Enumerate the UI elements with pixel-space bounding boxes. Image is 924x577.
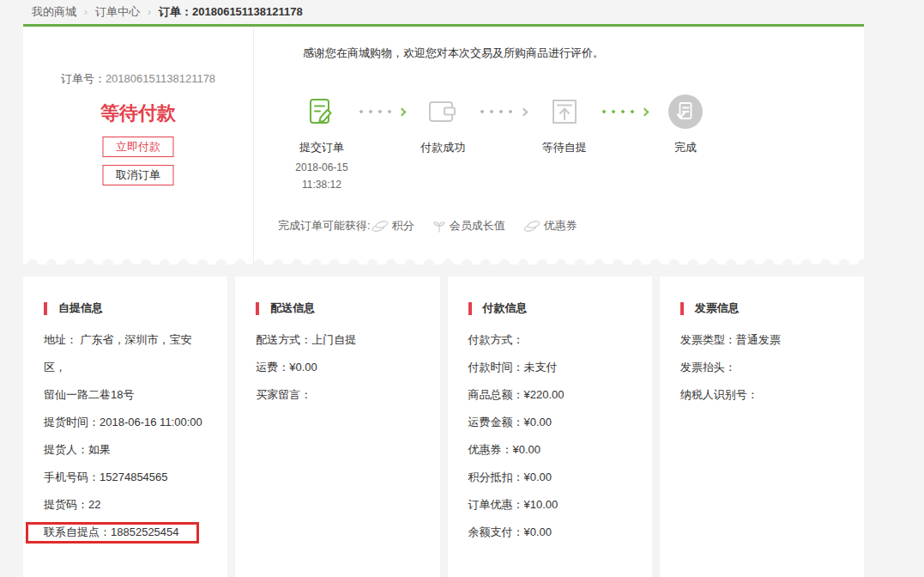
breadcrumb: 我的商城 › 订单中心 › 订单：201806151138121178: [23, 0, 303, 24]
payment-info-section: 付款信息 付款方式： 付款时间：未支付 商品总额：¥220.00 运费金额：¥0…: [448, 276, 652, 577]
breadcrumb-separator-icon: ›: [84, 6, 88, 18]
order-status-panel: 订单号：201806151138121178 等待付款 立即付款 取消订单 感谢…: [23, 27, 864, 264]
breadcrumb-item-mall[interactable]: 我的商城: [32, 4, 76, 20]
complete-circle-icon: [667, 94, 704, 130]
section-title-bar: [44, 302, 47, 315]
info-line: 纳税人识别号：: [680, 381, 849, 409]
info-line: 配送方式：上门自提: [256, 326, 424, 354]
step-label: 等待自提: [542, 140, 587, 155]
section-title-text: 配送信息: [270, 301, 315, 316]
section-title-bar: [680, 302, 684, 315]
order-number-value: 201806151138121178: [106, 72, 215, 85]
invoice-info-section: 发票信息 发票类型：普通发票 发票抬头： 纳税人识别号：: [660, 276, 864, 577]
info-line: 商品总额：¥220.00: [468, 381, 637, 409]
step-label: 提交订单: [299, 140, 344, 155]
wallet-icon: [428, 94, 457, 130]
info-line: 付款方式：: [468, 326, 637, 354]
benefit-points: 积分: [371, 218, 414, 234]
info-line: 地址： 广东省，深圳市，宝安区，: [44, 326, 212, 381]
benefits-row: 完成订单可能获得: 积分 会员成长值: [278, 218, 595, 234]
step-await-pickup: 等待自提: [532, 94, 597, 155]
order-progress-section: 感谢您在商城购物，欢迎您对本次交易及所购商品进行评价。 提交订单: [255, 27, 864, 264]
info-line: 提货人：如果: [44, 436, 212, 464]
info-line: 手机号码：15274854565: [44, 464, 212, 491]
info-line: 运费金额：¥0.00: [468, 409, 637, 436]
section-title: 发票信息: [680, 301, 849, 316]
info-line: 提货码：22: [44, 491, 212, 519]
delivery-info-section: 配送信息 配送方式：上门自提 运费：¥0.00 买家留言：: [235, 276, 439, 577]
order-info-columns: 自提信息 地址： 广东省，深圳市，宝安区， 留仙一路二巷18号 提货时间：201…: [23, 276, 864, 577]
breadcrumb-separator-icon: ›: [148, 6, 151, 18]
info-line: 运费：¥0.00: [256, 354, 424, 381]
chevron-right-icon: [641, 107, 649, 116]
section-title-bar: [468, 302, 472, 315]
sprout-icon: [432, 219, 447, 234]
benefit-label: 优惠券: [544, 218, 577, 234]
step-arrow: [475, 94, 531, 130]
section-title-text: 付款信息: [483, 301, 528, 316]
order-number-label: 订单号：: [61, 72, 106, 85]
order-detail-page: 我的商城 › 订单中心 › 订单：201806151138121178 订单号：…: [0, 0, 924, 577]
step-arrow: [597, 94, 653, 130]
info-line: 优惠券：¥0.00: [468, 436, 637, 464]
step-date: 2018-06-15 11:38:12: [295, 159, 347, 193]
order-doc-pen-icon: [309, 94, 335, 130]
step-payment-success: 付款成功: [410, 94, 475, 155]
info-line-pickup-contact: 联系自提点：18852525454: [44, 519, 212, 546]
benefit-coupon: 优惠券: [522, 218, 577, 234]
info-line: 付款时间：未支付: [468, 354, 637, 381]
breadcrumb-current-order: 订单：201806151138121178: [159, 4, 303, 20]
step-date-line2: 11:38:12: [295, 176, 347, 193]
section-title: 配送信息: [256, 301, 424, 316]
coins-icon: [371, 219, 390, 233]
step-complete: 完成: [653, 94, 718, 155]
info-line: 订单优惠：¥10.00: [468, 491, 637, 519]
pickup-contact-text: 联系自提点：18852525454: [44, 525, 179, 538]
section-title: 付款信息: [468, 301, 637, 316]
order-status-text: 等待付款: [23, 100, 253, 126]
step-date-line1: 2018-06-15: [295, 159, 347, 176]
info-line: 买家留言：: [256, 381, 424, 409]
info-line: 积分抵扣：¥0.00: [468, 464, 637, 491]
progress-steps: 提交订单 2018-06-15 11:38:12 付款成功: [289, 94, 718, 193]
order-number: 订单号：201806151138121178: [23, 71, 253, 87]
benefit-label: 积分: [392, 218, 414, 234]
benefits-prefix: 完成订单可能获得:: [278, 218, 371, 234]
step-submit-order: 提交订单 2018-06-15 11:38:12: [289, 94, 354, 193]
cancel-order-button[interactable]: 取消订单: [103, 165, 174, 185]
info-line: 余额支付：¥0.00: [468, 519, 637, 546]
step-arrow: [354, 94, 410, 130]
breadcrumb-item-order-center[interactable]: 订单中心: [95, 4, 140, 20]
step-label: 付款成功: [420, 140, 465, 155]
info-line: 发票抬头：: [680, 354, 849, 381]
order-summary-section: 订单号：201806151138121178 等待付款 立即付款 取消订单: [23, 27, 254, 264]
chevron-right-icon: [519, 107, 528, 116]
chevron-right-icon: [398, 107, 407, 116]
section-title: 自提信息: [44, 301, 212, 316]
step-label: 完成: [674, 140, 697, 155]
info-line: 发票类型：普通发票: [680, 326, 849, 354]
pickup-box-icon: [552, 94, 577, 130]
section-title-text: 发票信息: [695, 301, 740, 316]
benefit-label: 会员成长值: [450, 218, 505, 234]
section-title-bar: [256, 302, 259, 315]
benefit-growth: 会员成长值: [432, 218, 505, 234]
info-line: 留仙一路二巷18号: [44, 381, 212, 409]
thanks-message: 感谢您在商城购物，欢迎您对本次交易及所购商品进行评价。: [303, 46, 604, 61]
pay-now-button[interactable]: 立即付款: [103, 137, 174, 157]
info-line: 提货时间：2018-06-16 11:00:00: [44, 409, 212, 436]
receipt-scallop-edge: [23, 256, 864, 264]
coins-icon: [522, 219, 541, 233]
section-title-text: 自提信息: [58, 301, 103, 316]
pickup-info-section: 自提信息 地址： 广东省，深圳市，宝安区， 留仙一路二巷18号 提货时间：201…: [23, 276, 227, 577]
